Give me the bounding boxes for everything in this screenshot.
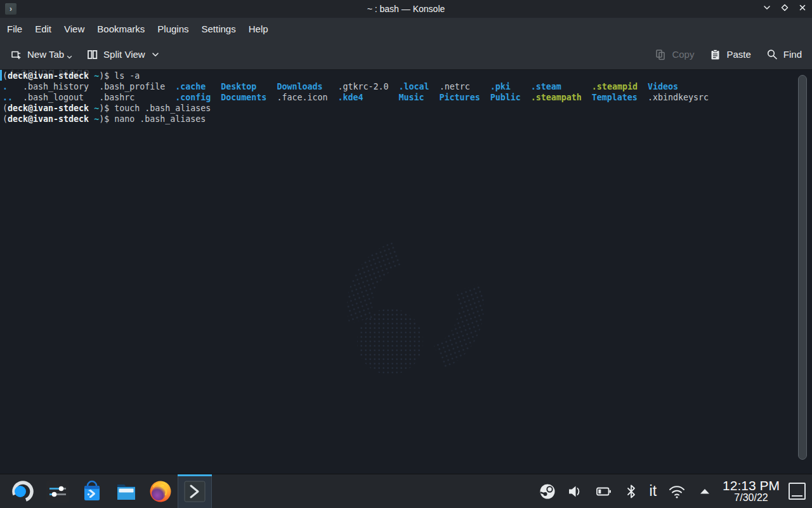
show-desktop-button[interactable] bbox=[789, 483, 806, 500]
taskbar-firefox[interactable] bbox=[143, 474, 178, 508]
menu-bookmarks[interactable]: Bookmarks bbox=[91, 18, 151, 39]
konsole-window-icon: › bbox=[5, 3, 16, 15]
close-button[interactable] bbox=[797, 3, 808, 15]
task-manager bbox=[6, 474, 212, 508]
copy-button[interactable]: Copy bbox=[655, 49, 694, 60]
menu-help[interactable]: Help bbox=[242, 18, 275, 39]
taskbar-system-settings[interactable] bbox=[41, 474, 75, 508]
steamdeck-logo-icon bbox=[11, 479, 36, 504]
system-tray: it bbox=[539, 483, 713, 500]
split-view-button[interactable]: Split View bbox=[86, 49, 159, 60]
taskbar-discover[interactable] bbox=[75, 474, 109, 508]
chevron-down-icon[interactable] bbox=[152, 52, 159, 57]
minimize-button[interactable] bbox=[761, 3, 773, 15]
minimize-icon bbox=[763, 3, 771, 15]
terminal-scrollbar[interactable] bbox=[798, 75, 807, 460]
clock-date: 7/30/22 bbox=[723, 493, 780, 504]
steam-icon bbox=[539, 483, 556, 500]
menu-settings[interactable]: Settings bbox=[195, 18, 242, 39]
terminal-area[interactable]: Gaming Mode (deck@ivan-stdeck ~)$ ls -a … bbox=[0, 70, 812, 474]
new-tab-label: New Tab bbox=[27, 49, 64, 60]
menu-file[interactable]: File bbox=[1, 18, 29, 39]
expand-tray-tray-item[interactable] bbox=[697, 483, 712, 500]
steamdeck-wallpaper-watermark bbox=[324, 215, 501, 411]
new-tab-button[interactable]: New Tab bbox=[10, 49, 72, 60]
bluetooth-tray-item[interactable] bbox=[624, 483, 639, 500]
terminal-line-marker bbox=[0, 70, 2, 81]
split-view-icon bbox=[86, 49, 98, 60]
volume-tray-item[interactable] bbox=[566, 483, 584, 500]
bluetooth-icon bbox=[624, 483, 639, 500]
firefox-icon bbox=[148, 479, 173, 504]
chevron-down-icon[interactable] bbox=[67, 55, 72, 59]
dolphin-folder-icon bbox=[114, 479, 139, 504]
new-tab-icon bbox=[10, 49, 22, 60]
toolbar: New TabSplit View CopyPasteFind bbox=[0, 39, 812, 70]
taskbar-app-launcher[interactable] bbox=[6, 474, 41, 508]
battery-icon bbox=[595, 483, 613, 500]
window-title: ~ : bash — Konsole bbox=[0, 4, 812, 14]
desktop: › ~ : bash — Konsole FileEditViewBookmar… bbox=[0, 0, 812, 508]
copy-icon bbox=[655, 49, 667, 60]
keyboard-layout-tray-item[interactable]: it bbox=[650, 483, 657, 500]
volume-icon bbox=[566, 483, 584, 500]
caret-up-icon bbox=[697, 483, 712, 500]
keyboard-layout-label: it bbox=[650, 483, 657, 500]
paste-button[interactable]: Paste bbox=[709, 49, 750, 60]
paste-icon bbox=[709, 49, 721, 60]
wifi-icon bbox=[667, 483, 686, 500]
taskbar-dolphin[interactable] bbox=[109, 474, 143, 508]
find-icon bbox=[766, 49, 778, 60]
digital-clock[interactable]: 12:13 PM 7/30/22 bbox=[723, 479, 780, 504]
wifi-tray-item[interactable] bbox=[667, 483, 686, 500]
menu-view[interactable]: View bbox=[58, 18, 91, 39]
terminal-output: (deck@ivan-stdeck ~)$ ls -a . .bash_hist… bbox=[0, 70, 721, 124]
toolbar-right-group: CopyPasteFind bbox=[655, 49, 802, 60]
konsole-icon bbox=[182, 479, 207, 504]
paste-label: Paste bbox=[726, 49, 750, 60]
toolbar-left-group: New TabSplit View bbox=[10, 49, 159, 60]
window-titlebar[interactable]: › ~ : bash — Konsole bbox=[0, 0, 812, 18]
battery-tray-item[interactable] bbox=[595, 483, 613, 500]
split-view-label: Split View bbox=[103, 49, 145, 60]
window-controls bbox=[761, 0, 808, 18]
taskbar-konsole[interactable] bbox=[178, 474, 212, 508]
find-button[interactable]: Find bbox=[766, 49, 802, 60]
menu-plugins[interactable]: Plugins bbox=[151, 18, 195, 39]
taskbar-panel: it 12:13 PM 7/30/22 bbox=[0, 474, 812, 508]
close-icon bbox=[798, 3, 807, 15]
clock-time: 12:13 PM bbox=[723, 479, 780, 493]
maximize-icon bbox=[780, 3, 789, 15]
copy-label: Copy bbox=[672, 49, 694, 60]
maximize-button[interactable] bbox=[779, 3, 790, 15]
system-settings-icon bbox=[45, 479, 70, 504]
find-label: Find bbox=[783, 49, 802, 60]
discover-icon bbox=[79, 479, 105, 504]
menu-bar: FileEditViewBookmarksPluginsSettingsHelp bbox=[0, 18, 812, 39]
menu-edit[interactable]: Edit bbox=[29, 18, 58, 39]
steam-tray-tray-item[interactable] bbox=[539, 483, 556, 500]
